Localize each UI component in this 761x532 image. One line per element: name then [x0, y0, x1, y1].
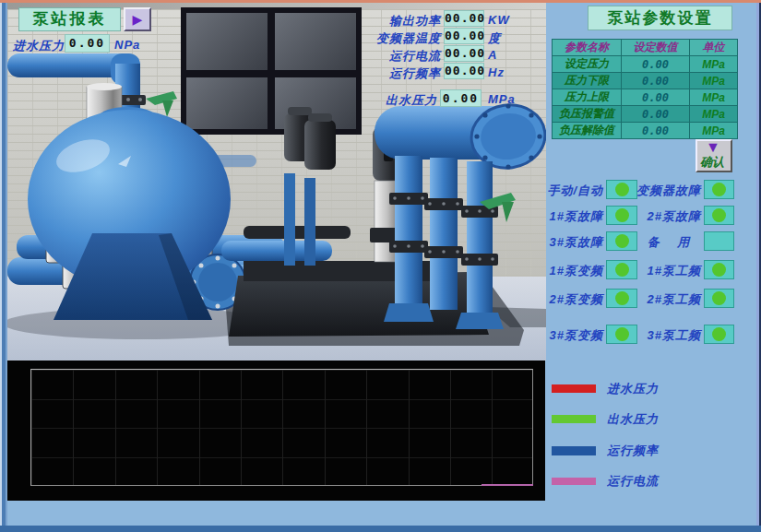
green-lamp-icon — [615, 183, 629, 196]
green-lamp-icon — [615, 263, 629, 277]
col-header-value: 设定数值 — [622, 40, 690, 56]
current-trace-line — [482, 484, 533, 486]
param-unit: MPa — [690, 106, 738, 123]
green-lamp-icon — [615, 208, 629, 222]
green-lamp-icon — [615, 234, 629, 248]
param-value[interactable]: 0.00 — [622, 56, 690, 73]
param-unit: MPa — [690, 73, 738, 89]
lamp-pump3-fault — [606, 231, 637, 251]
inlet-pressure-label: 进水压力 — [13, 38, 65, 54]
lamp-pump1-vfd — [606, 260, 637, 279]
param-unit: MPa — [690, 56, 738, 73]
green-lamp-icon — [712, 263, 726, 277]
confirm-button[interactable]: ▼ 确认 — [696, 139, 732, 172]
inverter-temp-label: 变频器温度 — [359, 30, 441, 47]
table-row: 设定压力 0.00 MPa — [553, 56, 738, 73]
green-lamp-icon — [615, 291, 629, 305]
outlet-pressure-label: 出水压力 — [359, 92, 437, 109]
indicator-label-pump2-vfd: 2#泵变频 — [546, 291, 603, 308]
report-button[interactable]: 泵站报表 — [18, 7, 121, 31]
legend-label-current: 运行电流 — [607, 473, 659, 490]
param-value[interactable]: 0.00 — [622, 123, 690, 139]
col-header-name: 参数名称 — [553, 40, 622, 56]
table-row: 压力下限 0.00 MPa — [553, 73, 738, 89]
output-power-unit: KW — [488, 13, 510, 27]
play-icon[interactable]: ▶ — [124, 7, 151, 31]
param-name: 负压报警值 — [553, 106, 622, 123]
legend-label-outlet: 出水压力 — [607, 411, 659, 428]
green-lamp-icon — [712, 327, 726, 341]
indicator-label-pump3-fault: 3#泵故障 — [546, 234, 603, 251]
green-lamp-icon — [712, 291, 726, 305]
lamp-pump1-mains — [704, 260, 734, 279]
trend-chart — [7, 361, 545, 501]
bottom-edge-line — [0, 526, 761, 532]
table-row: 压力上限 0.00 MPa — [553, 89, 738, 106]
green-lamp-icon — [712, 208, 726, 222]
param-value[interactable]: 0.00 — [622, 106, 690, 123]
inverter-temp-unit: 度 — [488, 30, 501, 47]
legend-swatch-frequency — [552, 446, 596, 455]
param-name: 压力下限 — [553, 73, 622, 89]
indicator-label-pump2-fault: 2#泵故障 — [636, 208, 701, 225]
settings-header-row: 参数名称 设定数值 单位 — [553, 40, 738, 56]
run-current-label: 运行电流 — [359, 48, 441, 65]
param-value[interactable]: 0.00 — [622, 73, 690, 89]
run-frequency-label: 运行频率 — [359, 65, 441, 82]
left-edge — [0, 3, 7, 526]
legend-label-frequency: 运行频率 — [607, 443, 659, 459]
param-name: 负压解除值 — [553, 123, 622, 139]
indicator-label-pump1-mains: 1#泵工频 — [636, 263, 701, 279]
lamp-pump3-mains — [704, 325, 734, 344]
inlet-pressure-unit: NPa — [114, 38, 140, 52]
indicator-label-manual-auto: 手动/自动 — [546, 183, 603, 199]
table-row: 负压报警值 0.00 MPa — [553, 106, 738, 123]
lamp-pump1-fault — [606, 206, 637, 225]
run-current-value: 00.00 — [444, 45, 484, 62]
lamp-pump2-fault — [704, 206, 734, 225]
lamp-spare-empty — [704, 231, 734, 251]
settings-table: 参数名称 设定数值 单位 设定压力 0.00 MPa 压力下限 0.00 MPa… — [552, 39, 738, 139]
confirm-label: 确认 — [700, 154, 724, 171]
indicator-label-pump1-vfd: 1#泵变频 — [546, 263, 603, 279]
legend-swatch-current — [552, 478, 596, 485]
indicator-label-spare: 备 用 — [636, 234, 701, 251]
outlet-pressure-unit: MPa — [488, 92, 516, 106]
green-lamp-icon — [615, 327, 629, 341]
settings-panel-title: 泵站参数设置 — [588, 6, 732, 30]
legend-label-inlet: 进水压力 — [607, 381, 659, 397]
indicator-label-inverter-fault: 变频器故障 — [636, 183, 701, 199]
trend-plot-area — [30, 369, 533, 486]
indicator-label-pump2-mains: 2#泵工频 — [636, 291, 701, 308]
legend-swatch-inlet — [552, 384, 596, 393]
param-name: 设定压力 — [553, 56, 622, 73]
lamp-pump2-vfd — [606, 289, 637, 308]
table-row: 负压解除值 0.00 MPa — [553, 123, 738, 139]
run-frequency-value: 00.00 — [444, 63, 484, 79]
inverter-temp-value: 00.00 — [444, 28, 484, 44]
legend-swatch-outlet — [552, 415, 596, 423]
param-unit: MPa — [690, 89, 738, 106]
run-frequency-unit: Hz — [488, 65, 505, 79]
lamp-pump3-vfd — [606, 325, 637, 344]
run-current-unit: A — [488, 48, 497, 62]
inlet-pressure-value: 0.00 — [65, 34, 110, 53]
indicator-label-pump1-fault: 1#泵故障 — [546, 208, 603, 225]
indicator-label-pump3-vfd: 3#泵变频 — [546, 327, 603, 344]
lamp-inverter-fault — [704, 180, 734, 199]
output-power-label: 输出功率 — [359, 13, 441, 30]
col-header-unit: 单位 — [690, 40, 738, 56]
output-power-value: 00.00 — [444, 10, 484, 27]
green-lamp-icon — [712, 183, 726, 196]
lamp-manual-auto — [606, 180, 637, 199]
right-edge — [756, 3, 761, 526]
pump-station-hmi: 泵站报表 ▶ 进水压力 0.00 NPa 输出功率 00.00 KW 变频器温度… — [0, 0, 761, 532]
lamp-pump2-mains — [704, 289, 734, 308]
param-unit: MPa — [690, 123, 738, 139]
indicator-label-pump3-mains: 3#泵工频 — [636, 327, 701, 344]
param-name: 压力上限 — [553, 89, 622, 106]
param-value[interactable]: 0.00 — [622, 89, 690, 106]
outlet-pressure-value: 0.00 — [440, 89, 482, 107]
